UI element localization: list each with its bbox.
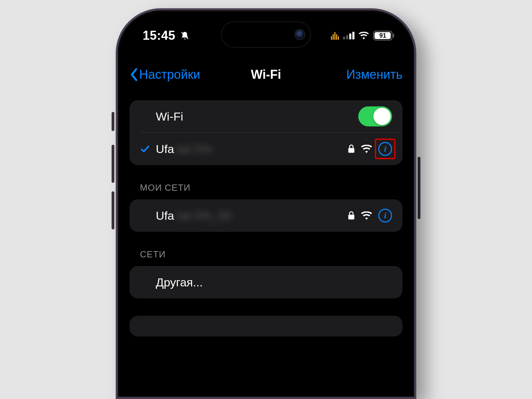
wifi-signal-icon (361, 145, 372, 153)
networks-header: СЕТИ (130, 249, 402, 266)
checkmark-icon (140, 144, 152, 154)
network-row[interactable]: Ufa net 5%_50 i (130, 199, 402, 232)
phone-frame: 15:45 91 Настройки Wi-Fi Изменить Wi-Fi (116, 8, 416, 399)
lock-icon (348, 211, 355, 220)
back-button[interactable]: Настройки (130, 67, 200, 82)
battery-percentage: 91 (379, 32, 386, 39)
other-network-label: Другая... (156, 276, 392, 289)
navigation-bar: Настройки Wi-Fi Изменить (118, 62, 414, 87)
network-ssid: Ufa net 5%_50 (156, 209, 348, 222)
connected-ssid: Ufa net 5% (156, 142, 348, 156)
silent-icon (180, 31, 189, 40)
svg-rect-2 (348, 215, 354, 220)
status-bar: 15:45 91 (118, 27, 414, 44)
page-title: Wi-Fi (251, 67, 281, 82)
wifi-toggle-label: Wi-Fi (156, 110, 358, 123)
my-networks-header: МОИ СЕТИ (130, 182, 402, 199)
wifi-main-group: Wi-Fi Ufa net 5% i (130, 100, 402, 165)
back-label: Настройки (139, 67, 200, 82)
wifi-toggle-row: Wi-Fi (130, 100, 402, 133)
edit-button[interactable]: Изменить (346, 67, 402, 82)
lock-icon (348, 144, 355, 153)
chevron-left-icon (130, 68, 139, 81)
info-button[interactable]: i (378, 209, 392, 222)
sound-visualizer-icon (331, 31, 339, 40)
highlight-box: i (375, 139, 396, 159)
my-networks-group: Ufa net 5%_50 i (130, 199, 402, 232)
other-networks-group: Другая... (130, 266, 402, 298)
status-time: 15:45 (143, 28, 175, 43)
wifi-signal-icon (361, 211, 372, 220)
wifi-status-icon (359, 32, 369, 39)
battery-indicator: 91 (373, 31, 394, 40)
other-network-row[interactable]: Другая... (130, 266, 402, 298)
partial-group (130, 316, 402, 336)
connected-network-row[interactable]: Ufa net 5% i (130, 133, 402, 165)
info-button[interactable]: i (378, 142, 392, 156)
svg-rect-1 (348, 148, 354, 153)
cellular-signal-icon (343, 32, 354, 39)
wifi-toggle[interactable] (358, 106, 392, 126)
